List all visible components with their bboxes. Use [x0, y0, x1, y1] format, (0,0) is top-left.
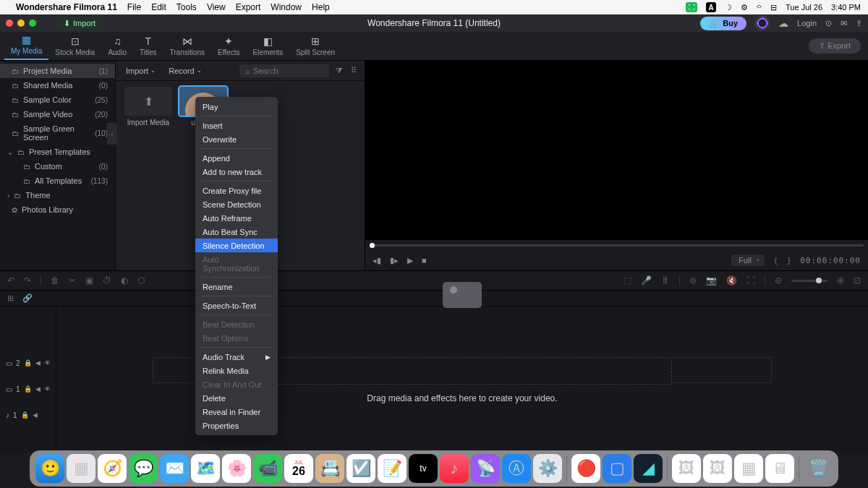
grid-view-icon[interactable]: ⠿	[349, 64, 359, 77]
quality-dropdown[interactable]: Full	[731, 254, 765, 266]
app-name[interactable]: Wondershare Filmora 11	[16, 2, 117, 12]
tab-stock-media[interactable]: ⊡Stock Media	[48, 33, 101, 60]
control-center-icon[interactable]: ⊟	[770, 3, 777, 12]
cm-rename[interactable]: Rename	[195, 280, 278, 294]
zoom-knob[interactable]	[816, 278, 822, 283]
crop-icon[interactable]: ▣	[85, 275, 93, 286]
redo-icon[interactable]: ↷	[24, 275, 31, 286]
tab-effects[interactable]: ✦Effects	[211, 33, 246, 60]
preview-scrubber[interactable]	[365, 240, 868, 250]
cm-add-new-track[interactable]: Add to new track	[195, 165, 278, 179]
menu-help[interactable]: Help	[312, 2, 330, 12]
playhead-dot[interactable]	[370, 243, 375, 248]
drop-zone[interactable]	[252, 357, 672, 385]
zoom-slider[interactable]	[791, 280, 827, 282]
dock-filmora[interactable]: ◢	[634, 454, 663, 483]
cm-append[interactable]: Append	[195, 151, 278, 165]
dock-finder[interactable]: 🙂	[35, 454, 64, 483]
tab-split-screen[interactable]: ⊞Split Screen	[289, 33, 341, 60]
stop-button[interactable]: ■	[422, 256, 427, 265]
menubar-date[interactable]: Tue Jul 26	[786, 3, 822, 12]
sidebar-item-shared-media[interactable]: 🗀Shared Media(0)	[0, 78, 115, 93]
expand-icon[interactable]: ⛶	[746, 275, 755, 286]
dock-launchpad[interactable]: ▦	[67, 454, 95, 483]
record-dropdown[interactable]: Record⌄	[164, 65, 205, 77]
status-icon-1[interactable]: ⛶	[686, 2, 697, 12]
preview-viewport[interactable]	[365, 61, 868, 240]
dock-trash[interactable]: 🗑️	[804, 454, 833, 483]
minimize-window-button[interactable]	[17, 20, 25, 27]
sidebar-item-sample-color[interactable]: 🗀Sample Color(25)	[0, 93, 115, 107]
login-link[interactable]: Login	[797, 19, 817, 27]
timeline-body[interactable]: Drag media and effects here to create yo…	[56, 307, 868, 453]
dock-settings[interactable]: ⚙️	[533, 454, 562, 483]
do-not-disturb-icon[interactable]: ☽	[725, 3, 732, 12]
dock-contacts[interactable]: 📇	[315, 454, 344, 483]
mark-out-icon[interactable]: }	[787, 256, 792, 265]
sidebar-item-preset-templates[interactable]: ⌄🗀Preset Templates	[0, 145, 115, 159]
dock-music[interactable]: ♪	[440, 454, 469, 483]
cm-scene-detection[interactable]: Scene Detection	[195, 197, 278, 211]
dock-chrome[interactable]: 🔴	[571, 454, 600, 483]
dock-mail[interactable]: ✉️	[160, 454, 189, 483]
dock-safari[interactable]: 🧭	[98, 454, 127, 483]
effects-ring-icon[interactable]	[755, 16, 770, 30]
menu-view[interactable]: View	[207, 2, 226, 12]
export-button[interactable]: ⇪ Export	[809, 38, 861, 53]
tab-titles[interactable]: TTitles	[133, 33, 163, 60]
close-window-button[interactable]	[6, 20, 13, 27]
volume-icon[interactable]: 🔇	[726, 275, 737, 286]
menu-file[interactable]: File	[127, 2, 141, 12]
track-add-icon[interactable]: ⊞	[7, 294, 14, 303]
dock-reminders[interactable]: ☑️	[346, 454, 375, 483]
dock-messages[interactable]: 💬	[129, 454, 158, 483]
dock-tv[interactable]: tv	[409, 454, 438, 483]
next-frame-button[interactable]: ▮▸	[390, 256, 399, 265]
cm-silence-detection[interactable]: Silence Detection	[195, 239, 278, 252]
lock-icon[interactable]: 🔒	[21, 411, 29, 419]
tab-elements[interactable]: ◧Elements	[246, 33, 289, 60]
import-button[interactable]: ⬇ Import	[58, 17, 101, 30]
cm-properties[interactable]: Properties	[195, 419, 278, 432]
mixer-icon[interactable]: 🎚	[661, 275, 670, 286]
cm-reveal-finder[interactable]: Reveal in Finder	[195, 405, 278, 419]
headphones-icon[interactable]: ⊙	[825, 19, 832, 28]
import-media-cell[interactable]: ⬆ Import Media	[124, 87, 172, 127]
search-input[interactable]	[253, 67, 323, 75]
dock-calendar[interactable]: JUL26	[284, 454, 313, 483]
mute-icon[interactable]: ◀	[35, 359, 41, 367]
speed-icon[interactable]: ⏱	[103, 275, 111, 286]
menu-window[interactable]: Window	[271, 2, 302, 12]
track-header-audio-1[interactable]: ♪1🔒◀	[0, 402, 56, 428]
tab-transitions[interactable]: ⋈Transitions	[163, 33, 212, 60]
cm-audio-track[interactable]: Audio Track▶	[195, 350, 278, 364]
sidebar-item-project-media[interactable]: 🗀Project Media(1)	[0, 64, 115, 78]
dock-app-blue[interactable]: ▢	[603, 454, 631, 483]
cm-auto-beat-sync[interactable]: Auto Beat Sync	[195, 225, 278, 239]
track-header-video-2[interactable]: ▭2🔒◀👁	[0, 350, 56, 376]
snapshot-icon[interactable]: 📷	[706, 275, 717, 286]
sidebar-item-custom[interactable]: 🗀Custom(0)	[0, 159, 115, 174]
mail-icon[interactable]: ✉	[841, 19, 847, 28]
undo-icon[interactable]: ↶	[7, 275, 14, 286]
menu-export[interactable]: Export	[236, 2, 261, 12]
dock-photos[interactable]: 🌸	[222, 454, 251, 483]
sidebar-item-sample-video[interactable]: 🗀Sample Video(20)	[0, 107, 115, 121]
cm-overwrite[interactable]: Overwrite	[195, 132, 278, 146]
dock-facetime[interactable]: 📹	[253, 454, 282, 483]
dock-recent-4[interactable]: 🖥	[765, 454, 794, 483]
cm-auto-reframe[interactable]: Auto Reframe	[195, 211, 278, 225]
hide-icon[interactable]: 👁	[44, 359, 51, 367]
collapse-sidebar-button[interactable]: ‹	[107, 123, 117, 145]
maximize-window-button[interactable]	[29, 20, 36, 27]
import-dropdown[interactable]: Import⌄	[122, 65, 160, 77]
prev-frame-button[interactable]: ◂▮	[373, 256, 381, 265]
dock-maps[interactable]: 🗺️	[191, 454, 220, 483]
delete-icon[interactable]: 🗑	[51, 275, 59, 286]
split-icon[interactable]: ✂	[69, 275, 76, 286]
person-icon[interactable]: ⇪	[856, 19, 862, 28]
sidebar-item-green-screen[interactable]: 🗀Sample Green Screen(10)	[0, 121, 115, 145]
lock-icon[interactable]: 🔒	[24, 385, 32, 393]
color-icon[interactable]: ◐	[121, 275, 128, 286]
play-button[interactable]: ▶	[407, 256, 413, 265]
